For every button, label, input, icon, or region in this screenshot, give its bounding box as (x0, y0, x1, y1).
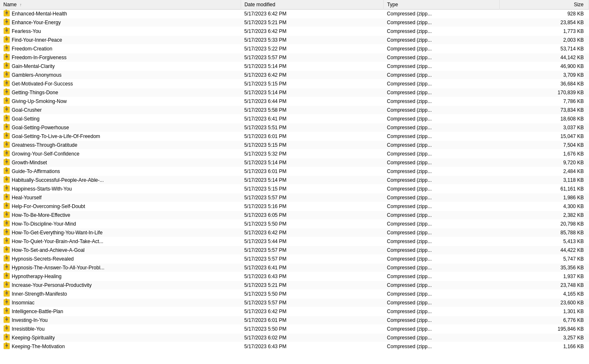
file-name-cell[interactable]: Heal-Yourself (0, 193, 241, 202)
file-name-cell[interactable]: Freedom-Creation (0, 45, 241, 53)
svg-rect-41 (6, 56, 8, 58)
table-row[interactable]: Greatness-Through-Gratitude5/17/2023 5:1… (0, 141, 589, 150)
table-row[interactable]: Goal-Crusher5/17/2023 5:58 PMCompressed … (0, 106, 589, 115)
file-name-cell[interactable]: Find-Your-Inner-Peace (0, 36, 241, 45)
svg-rect-118 (6, 153, 8, 154)
file-name-cell[interactable]: Gain-Mental-Clarity (0, 62, 241, 71)
file-name-cell[interactable]: Guide-To-Affirmations (0, 167, 241, 176)
file-name: Heal-Yourself (12, 195, 42, 201)
file-type-cell: Compressed (zipp... (384, 123, 500, 132)
table-row[interactable]: Giving-Up-Smoking-Now5/17/2023 6:44 PMCo… (0, 97, 589, 106)
file-name-cell[interactable]: Insomniac (0, 299, 241, 307)
file-name-cell[interactable]: Growth-Mindset (0, 158, 241, 167)
table-row[interactable]: Investing-In-You5/17/2023 6:01 PMCompres… (0, 316, 589, 325)
file-name-cell[interactable]: Freedom-In-Forgiveness (0, 53, 241, 62)
file-name-cell[interactable]: Hypnotherapy-Healing (0, 272, 241, 281)
table-row[interactable]: Growth-Mindset5/17/2023 5:14 PMCompresse… (0, 158, 589, 167)
table-row[interactable]: How-To-Get-Everything-You-Want-In-Life5/… (0, 228, 589, 237)
file-name: Goal-Setting (12, 116, 40, 122)
file-size-cell: 3,118 KB (500, 176, 589, 185)
date-column-header[interactable]: Date modified (241, 0, 383, 10)
table-row[interactable]: Goal-Setting5/17/2023 6:41 PMCompressed … (0, 115, 589, 123)
svg-rect-13 (6, 21, 8, 23)
file-name-cell[interactable]: Gamblers-Anonymous (0, 71, 241, 80)
table-row[interactable]: Freedom-Creation5/17/2023 5:22 PMCompres… (0, 45, 589, 53)
file-name-cell[interactable]: Hypnosis-Secrets-Revealed (0, 255, 241, 264)
table-row[interactable]: How-To-Be-More-Effective5/17/2023 6:05 P… (0, 211, 589, 220)
type-column-header[interactable]: Type (384, 0, 500, 10)
zip-file-icon (3, 229, 10, 236)
file-name-cell[interactable]: Hypnosis-The-Answer-To-All-Your-Probl... (0, 264, 241, 272)
file-name-cell[interactable]: Keeping-The-Motivation (0, 342, 241, 351)
table-row[interactable]: Fearless-You5/17/2023 6:42 PMCompressed … (0, 27, 589, 36)
svg-rect-64 (5, 88, 7, 90)
file-name-cell[interactable]: Goal-Setting (0, 115, 241, 123)
svg-rect-135 (6, 177, 8, 178)
table-row[interactable]: Enhance-Your-Energy5/17/2023 5:21 PMComp… (0, 18, 589, 27)
table-row[interactable]: Guide-To-Affirmations5/17/2023 6:01 PMCo… (0, 167, 589, 176)
table-row[interactable]: Goal-Setting-To-Live-a-Life-Of-Freedom5/… (0, 132, 589, 141)
file-name-cell[interactable]: Get-Motivated-For-Success (0, 80, 241, 88)
file-name-cell[interactable]: How-To-Discipline-Your-Mind (0, 220, 241, 228)
table-row[interactable]: Insomniac5/17/2023 5:57 PMCompressed (zi… (0, 299, 589, 307)
table-row[interactable]: Habitually-Successful-People-Are-Able-..… (0, 176, 589, 185)
table-row[interactable]: Increase-Your-Personal-Productivity5/17/… (0, 281, 589, 290)
svg-rect-265 (6, 336, 8, 338)
file-type-cell: Compressed (zipp... (384, 88, 500, 97)
table-row[interactable]: How-To-Quiet-Your-Brain-And-Take-Act...5… (0, 237, 589, 246)
table-row[interactable]: Keeping-The-Motivation5/17/2023 6:43 PMC… (0, 342, 589, 351)
file-name-cell[interactable]: How-To-Be-More-Effective (0, 211, 241, 220)
file-name-cell[interactable]: Growing-Your-Self-Confidence (0, 150, 241, 158)
file-list-container[interactable]: Name ↑ Date modified Type Size (0, 0, 589, 364)
table-row[interactable]: Help-For-Overcoming-Self-Doubt5/17/2023 … (0, 202, 589, 211)
table-row[interactable]: Happiness-Starts-With-You5/17/2023 5:15 … (0, 185, 589, 193)
table-row[interactable]: Getting-Things-Done5/17/2023 5:14 PMComp… (0, 88, 589, 97)
file-name-cell[interactable]: How-To-Quiet-Your-Brain-And-Take-Act... (0, 237, 241, 246)
file-name-cell[interactable]: Help-For-Overcoming-Self-Doubt (0, 202, 241, 211)
svg-rect-195 (6, 249, 8, 250)
size-column-header[interactable]: Size (500, 0, 589, 10)
table-row[interactable]: Gain-Mental-Clarity5/17/2023 5:14 PMComp… (0, 62, 589, 71)
file-name-cell[interactable]: Enhanced-Mental-Health (0, 10, 241, 18)
table-row[interactable]: Get-Motivated-For-Success5/17/2023 5:15 … (0, 80, 589, 88)
file-name-cell[interactable]: How-To-Get-Everything-You-Want-In-Life (0, 228, 241, 237)
zip-file-icon (3, 290, 10, 297)
table-row[interactable]: Growing-Your-Self-Confidence5/17/2023 5:… (0, 150, 589, 158)
file-name-cell[interactable]: Intelligence-Battle-Plan (0, 307, 241, 316)
svg-rect-30 (6, 46, 8, 47)
table-row[interactable]: Irresistible-You5/17/2023 5:50 PMCompres… (0, 325, 589, 334)
file-name-cell[interactable]: Inner-Strength-Manifesto (0, 290, 241, 299)
table-row[interactable]: Keeping-Spirituality5/17/2023 6:02 PMCom… (0, 334, 589, 342)
file-name-cell[interactable]: Goal-Setting-Powerhouse (0, 123, 241, 132)
table-row[interactable]: Heal-Yourself5/17/2023 5:57 PMCompressed… (0, 193, 589, 202)
table-row[interactable]: Enhanced-Mental-Health5/17/2023 6:42 PMC… (0, 10, 589, 18)
file-name-cell[interactable]: Goal-Setting-To-Live-a-Life-Of-Freedom (0, 132, 241, 141)
svg-rect-113 (5, 150, 7, 151)
table-row[interactable]: Gamblers-Anonymous5/17/2023 6:42 PMCompr… (0, 71, 589, 80)
file-name-cell[interactable]: Getting-Things-Done (0, 88, 241, 97)
file-name-cell[interactable]: Goal-Crusher (0, 106, 241, 115)
file-name-cell[interactable]: Giving-Up-Smoking-Now (0, 97, 241, 106)
table-row[interactable]: Find-Your-Inner-Peace5/17/2023 5:33 PMCo… (0, 36, 589, 45)
table-row[interactable]: Goal-Setting-Powerhouse5/17/2023 5:51 PM… (0, 123, 589, 132)
file-name-cell[interactable]: Happiness-Starts-With-You (0, 185, 241, 193)
file-name-cell[interactable]: Increase-Your-Personal-Productivity (0, 281, 241, 290)
table-row[interactable]: Hypnosis-Secrets-Revealed5/17/2023 5:57 … (0, 255, 589, 264)
table-row[interactable]: How-To-Discipline-Your-Mind5/17/2023 5:5… (0, 220, 589, 228)
file-name-cell[interactable]: Habitually-Successful-People-Are-Able-..… (0, 176, 241, 185)
table-row[interactable]: Inner-Strength-Manifesto5/17/2023 5:50 P… (0, 290, 589, 299)
file-name-cell[interactable]: Investing-In-You (0, 316, 241, 325)
file-name-cell[interactable]: Enhance-Your-Energy (0, 18, 241, 27)
file-name-cell[interactable]: Keeping-Spirituality (0, 334, 241, 342)
table-row[interactable]: Hypnotherapy-Healing5/17/2023 6:43 PMCom… (0, 272, 589, 281)
svg-rect-187 (6, 242, 8, 243)
table-row[interactable]: Intelligence-Battle-Plan5/17/2023 6:42 P… (0, 307, 589, 316)
table-row[interactable]: Hypnosis-The-Answer-To-All-Your-Probl...… (0, 264, 589, 272)
table-row[interactable]: Freedom-In-Forgiveness5/17/2023 5:57 PMC… (0, 53, 589, 62)
table-row[interactable]: How-To-Set-and-Achieve-A-Goal5/17/2023 5… (0, 246, 589, 255)
file-name-cell[interactable]: Irresistible-You (0, 325, 241, 334)
file-name-cell[interactable]: Fearless-You (0, 27, 241, 36)
file-name-cell[interactable]: How-To-Set-and-Achieve-A-Goal (0, 246, 241, 255)
name-column-header[interactable]: Name ↑ (0, 0, 241, 10)
file-name-cell[interactable]: Greatness-Through-Gratitude (0, 141, 241, 150)
